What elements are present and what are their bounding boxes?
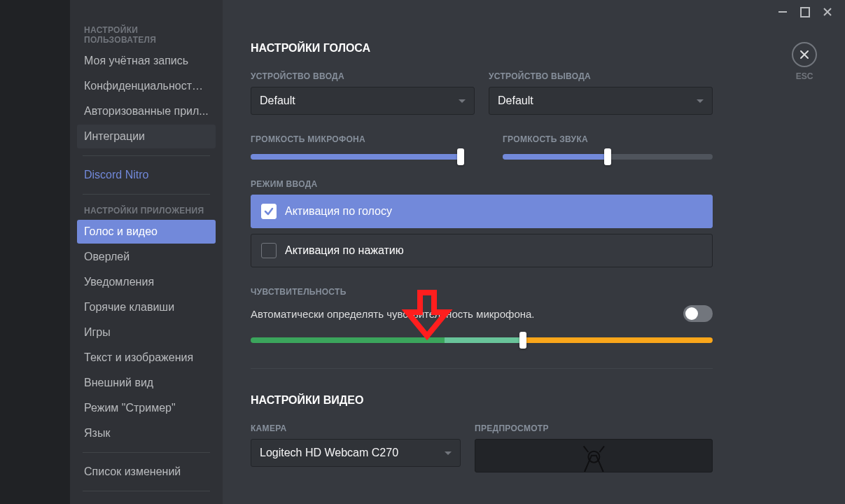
auto-sensitivity-text: Автоматически определять чувствительност… bbox=[251, 308, 535, 320]
preview-label: ПРЕДПРОСМОТР bbox=[475, 424, 713, 433]
slider-thumb[interactable] bbox=[604, 148, 611, 165]
sidebar-item-hotkeys[interactable]: Горячие клавиши bbox=[77, 295, 216, 319]
sidebar-item-changelog[interactable]: Список изменений bbox=[77, 460, 216, 484]
sidebar-item-label: Оверлей bbox=[84, 251, 130, 262]
sidebar-header-user: НАСТРОЙКИ ПОЛЬЗОВАТЕЛЯ bbox=[77, 21, 216, 49]
video-section-title: НАСТРОЙКИ ВИДЕО bbox=[251, 394, 713, 407]
sidebar-separator bbox=[83, 194, 210, 195]
chevron-down-icon bbox=[459, 99, 466, 103]
slider-thumb[interactable] bbox=[519, 332, 526, 349]
sidebar-item-label: Язык bbox=[84, 427, 110, 439]
window-controls bbox=[778, 7, 832, 17]
output-device-value: Default bbox=[498, 94, 533, 107]
sidebar-header-app: НАСТРОЙКИ ПРИЛОЖЕНИЯ bbox=[77, 202, 216, 220]
checkbox-checked-icon bbox=[261, 204, 277, 219]
settings-sidebar: НАСТРОЙКИ ПОЛЬЗОВАТЕЛЯ Моя учётная запис… bbox=[70, 0, 223, 504]
sidebar-item-label: Внешний вид bbox=[84, 377, 153, 388]
window-maximize-icon[interactable] bbox=[800, 7, 810, 17]
chevron-down-icon bbox=[697, 99, 704, 103]
esc-label: ESC bbox=[796, 71, 813, 81]
sidebar-item-privacy[interactable]: Конфиденциальность ... bbox=[77, 74, 216, 98]
close-icon[interactable] bbox=[792, 42, 817, 67]
sidebar-item-voice[interactable]: Голос и видео bbox=[77, 220, 216, 244]
input-mode-label: РЕЖИМ ВВОДА bbox=[251, 179, 713, 189]
sidebar-item-label: Голос и видео bbox=[84, 225, 158, 237]
chevron-down-icon bbox=[445, 451, 452, 455]
mic-volume-slider[interactable] bbox=[251, 154, 461, 160]
input-device-value: Default bbox=[260, 94, 295, 107]
sidebar-separator bbox=[83, 155, 210, 156]
settings-content: ESC НАСТРОЙКИ ГОЛОСА УСТРОЙСТВО ВВОДА De… bbox=[223, 0, 845, 504]
output-device-select[interactable]: Default bbox=[489, 87, 713, 115]
sidebar-item-account[interactable]: Моя учётная запись bbox=[77, 49, 216, 73]
sidebar-item-label: Режим "Стример" bbox=[84, 402, 176, 414]
sidebar-item-notifications[interactable]: Уведомления bbox=[77, 270, 216, 294]
sidebar-item-label: Текст и изображения bbox=[84, 351, 193, 363]
sidebar-item-text-images[interactable]: Текст и изображения bbox=[77, 346, 216, 370]
svg-point-0 bbox=[588, 451, 599, 463]
mode-push-to-talk[interactable]: Активация по нажатию bbox=[251, 234, 713, 267]
sidebar-item-label: Игры bbox=[84, 326, 111, 338]
output-volume-slider[interactable] bbox=[503, 154, 713, 160]
sidebar-item-apps[interactable]: Авторизованные прил... bbox=[77, 99, 216, 123]
sidebar-item-label: Моя учётная запись bbox=[84, 55, 188, 66]
sidebar-separator bbox=[83, 491, 210, 491]
sidebar-item-label: Список изменений bbox=[84, 465, 181, 477]
video-preview bbox=[475, 439, 713, 472]
camera-label: КАМЕРА bbox=[251, 424, 461, 433]
sensitivity-label: ЧУВСТВИТЕЛЬНОСТЬ bbox=[251, 287, 713, 297]
mic-volume-label: ГРОМКОСТЬ МИКРОФОНА bbox=[251, 134, 461, 144]
mode-voice-activity[interactable]: Активация по голосу bbox=[251, 195, 713, 228]
sidebar-item-language[interactable]: Язык bbox=[77, 421, 216, 445]
window-close-icon[interactable] bbox=[823, 7, 832, 17]
sidebar-item-label: Конфиденциальность ... bbox=[84, 80, 210, 92]
mode-ptt-label: Активация по нажатию bbox=[285, 244, 404, 257]
mode-voice-label: Активация по голосу bbox=[285, 205, 392, 218]
sidebar-item-label: Интеграции bbox=[84, 130, 145, 142]
outer-dark-strip bbox=[0, 0, 70, 504]
slider-thumb[interactable] bbox=[457, 148, 464, 165]
output-device-label: УСТРОЙСТВО ВЫВОДА bbox=[489, 71, 713, 81]
sidebar-item-appearance[interactable]: Внешний вид bbox=[77, 371, 216, 395]
input-device-label: УСТРОЙСТВО ВВОДА bbox=[251, 71, 475, 81]
input-device-select[interactable]: Default bbox=[251, 87, 475, 115]
camera-preview-placeholder-icon bbox=[571, 444, 617, 472]
output-volume-label: ГРОМКОСТЬ ЗВУКА bbox=[503, 134, 713, 144]
camera-value: Logitech HD Webcam C270 bbox=[260, 447, 398, 459]
sensitivity-slider[interactable] bbox=[251, 337, 713, 343]
sidebar-item-label: Авторизованные прил... bbox=[84, 105, 209, 117]
close-settings[interactable]: ESC bbox=[792, 42, 817, 81]
sidebar-item-games[interactable]: Игры bbox=[77, 321, 216, 344]
sidebar-item-label: Уведомления bbox=[84, 276, 154, 288]
camera-select[interactable]: Logitech HD Webcam C270 bbox=[251, 439, 461, 467]
sidebar-separator bbox=[83, 452, 210, 453]
sidebar-item-streamer[interactable]: Режим "Стример" bbox=[77, 396, 216, 420]
voice-section-title: НАСТРОЙКИ ГОЛОСА bbox=[251, 42, 713, 55]
window-minimize-icon[interactable] bbox=[778, 7, 788, 17]
auto-sensitivity-toggle[interactable] bbox=[683, 305, 713, 322]
sidebar-item-overlay[interactable]: Оверлей bbox=[77, 245, 216, 269]
toggle-knob bbox=[685, 307, 698, 320]
sidebar-item-label: Горячие клавиши bbox=[84, 301, 174, 313]
checkbox-unchecked-icon bbox=[261, 243, 277, 258]
sidebar-item-label: Discord Nitro bbox=[84, 169, 148, 181]
sidebar-item-nitro[interactable]: Discord Nitro bbox=[77, 163, 216, 187]
sidebar-item-integrations[interactable]: Интеграции bbox=[77, 125, 216, 148]
sidebar-item-logout[interactable]: Выйти bbox=[77, 498, 216, 504]
section-divider bbox=[251, 368, 713, 369]
